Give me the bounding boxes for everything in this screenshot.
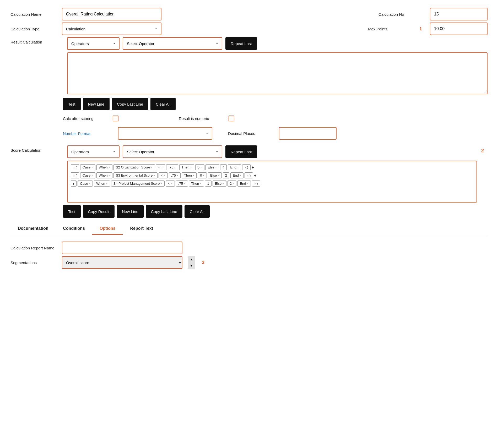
score-calc-clear-all-button[interactable]: Clear All	[185, 205, 210, 218]
token-x-icon[interactable]: ×	[91, 166, 93, 169]
token[interactable]: .75×	[169, 172, 181, 178]
token-x-icon[interactable]: ×	[247, 182, 248, 185]
token-x-icon[interactable]: ×	[200, 182, 201, 185]
segmentations-scroll-up-button[interactable]: ▲	[188, 256, 195, 263]
token-x-icon[interactable]: ×	[164, 174, 165, 177]
score-calc-copy-last-line-button[interactable]: Copy Last Line	[146, 205, 182, 218]
result-calc-test-button[interactable]: Test	[63, 98, 81, 110]
token-x-icon[interactable]: ×	[193, 174, 194, 177]
tab-documentation[interactable]: Documentation	[10, 223, 56, 235]
token[interactable]: 0×	[195, 164, 204, 170]
token[interactable]: When×	[96, 172, 112, 178]
token[interactable]: ×)	[245, 172, 253, 178]
token-x-icon[interactable]: ×	[237, 166, 239, 169]
token[interactable]: Else×	[208, 172, 222, 178]
token[interactable]: 0×	[198, 172, 207, 178]
token[interactable]: <×	[159, 172, 168, 178]
token-x-icon[interactable]: ×	[161, 182, 162, 185]
token-x-icon[interactable]: ×	[109, 166, 110, 169]
calc-type-select[interactable]: Calculation	[62, 23, 161, 35]
result-is-numeric-checkbox[interactable]	[229, 116, 234, 121]
token[interactable]: S4 Project Management Score×	[111, 181, 165, 187]
token[interactable]: End×	[228, 164, 241, 170]
result-calc-copy-last-line-button[interactable]: Copy Last Line	[112, 98, 148, 110]
token[interactable]: <×	[166, 181, 175, 187]
token[interactable]: Then×	[189, 181, 204, 187]
token-x-icon[interactable]: ×	[200, 166, 202, 169]
token-x-icon[interactable]: ×	[151, 166, 153, 169]
token-x-icon[interactable]: ×	[232, 182, 234, 185]
score-calc-repeat-last-button[interactable]: Repeat Last	[225, 145, 257, 158]
result-calc-select-operator[interactable]: Select Operator	[123, 37, 222, 50]
number-format-select[interactable]	[118, 127, 212, 140]
token-x-icon[interactable]: ×	[177, 174, 178, 177]
token[interactable]: Case×	[80, 164, 95, 170]
result-calc-new-line-button[interactable]: New Line	[83, 98, 110, 110]
token[interactable]: End×	[230, 172, 244, 178]
tab-conditions[interactable]: Conditions	[56, 223, 92, 235]
token[interactable]: S2 Organization Score×	[113, 164, 155, 170]
token[interactable]: 2	[223, 172, 229, 178]
token[interactable]: Case×	[78, 181, 93, 187]
max-points-input[interactable]	[430, 23, 488, 35]
token-x-icon[interactable]: ×	[73, 174, 75, 177]
token[interactable]: Else×	[205, 164, 219, 170]
token[interactable]: When×	[96, 164, 112, 170]
tab-report-text[interactable]: Report Text	[123, 223, 160, 235]
token-x-icon[interactable]: ×	[184, 182, 185, 185]
token[interactable]: When×	[94, 181, 110, 187]
token-x-icon[interactable]: ×	[215, 166, 217, 169]
token[interactable]: Else×	[213, 181, 226, 187]
score-calc-operators-select[interactable]: Operators	[67, 145, 120, 158]
token-x-icon[interactable]: ×	[106, 182, 107, 185]
calc-name-input[interactable]	[62, 8, 161, 20]
token[interactable]: Then×	[179, 164, 194, 170]
decimal-places-input[interactable]	[279, 127, 337, 140]
score-calc-test-button[interactable]: Test	[63, 205, 81, 218]
token[interactable]: ×(	[71, 172, 79, 178]
token[interactable]: .75×	[176, 181, 188, 187]
token[interactable]: Case×	[80, 172, 95, 178]
token-x-icon[interactable]: ×	[218, 174, 219, 177]
token[interactable]: 1	[205, 181, 212, 187]
token-x-icon[interactable]: ×	[247, 174, 248, 177]
token[interactable]: ×)	[242, 164, 251, 170]
segmentations-select[interactable]: Overall score	[62, 256, 182, 269]
result-calc-clear-all-button[interactable]: Clear All	[150, 98, 176, 110]
token-x-icon[interactable]: ×	[73, 166, 75, 169]
token-x-icon[interactable]: ×	[109, 174, 110, 177]
token[interactable]: S3 Environmental Score×	[113, 172, 158, 178]
result-calc-repeat-last-button[interactable]: Repeat Last	[225, 37, 257, 50]
token-x-icon[interactable]: ×	[171, 182, 172, 185]
segmentations-scroll-down-button[interactable]: ▼	[188, 263, 195, 269]
token-x-icon[interactable]: ×	[161, 166, 163, 169]
token-x-icon[interactable]: ×	[254, 182, 256, 185]
token[interactable]: ×)	[252, 181, 260, 187]
score-calc-new-line-button[interactable]: New Line	[117, 205, 144, 218]
token-x-icon[interactable]: ×	[91, 174, 93, 177]
calc-no-input[interactable]	[430, 8, 488, 20]
token[interactable]: <×	[156, 164, 165, 170]
token[interactable]: Then×	[182, 172, 197, 178]
token[interactable]: .75×	[166, 164, 178, 170]
score-calc-copy-result-button[interactable]: Copy Result	[83, 205, 115, 218]
result-calc-operators-select[interactable]: Operators	[67, 37, 120, 50]
calc-after-scoring-checkbox[interactable]	[113, 116, 118, 121]
calc-report-name-input[interactable]	[62, 242, 182, 254]
token[interactable]: (	[71, 181, 77, 187]
token-x-icon[interactable]: ×	[222, 182, 224, 185]
score-calc-select-operator[interactable]: Select Operator	[123, 145, 222, 158]
token-x-icon[interactable]: ×	[245, 166, 246, 169]
token-x-icon[interactable]: ×	[203, 174, 204, 177]
token[interactable]: 2×	[228, 181, 237, 187]
token-x-icon[interactable]: ×	[153, 174, 155, 177]
token-x-icon[interactable]: ×	[174, 166, 176, 169]
token[interactable]: 4	[220, 164, 227, 170]
result-calc-textarea[interactable]	[67, 52, 488, 94]
token-x-icon[interactable]: ×	[190, 166, 192, 169]
token[interactable]: End×	[237, 181, 251, 187]
token[interactable]: ×(	[71, 164, 79, 170]
token-x-icon[interactable]: ×	[240, 174, 241, 177]
token-x-icon[interactable]: ×	[89, 182, 90, 185]
tab-options[interactable]: Options	[92, 223, 123, 235]
